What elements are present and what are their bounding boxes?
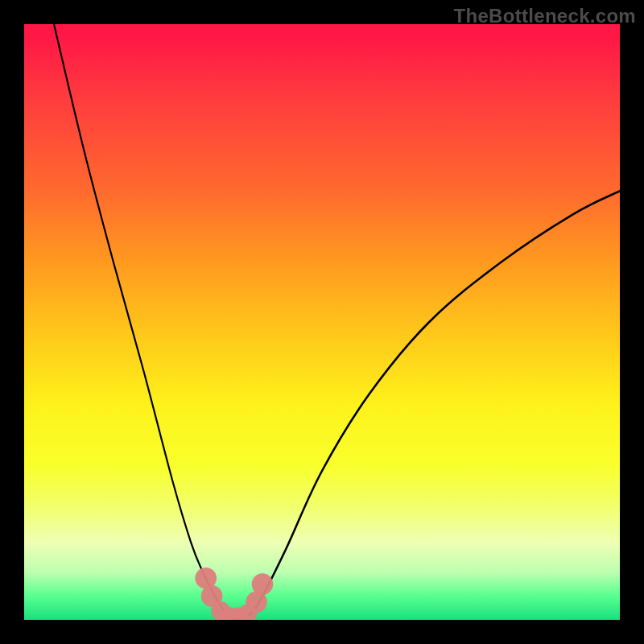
watermark-text: TheBottleneck.com [454, 5, 636, 27]
left-curve [54, 24, 238, 620]
highlight-marker [252, 573, 274, 595]
chart-frame: TheBottleneck.com [0, 0, 644, 644]
highlight-markers [195, 568, 273, 620]
curves-layer [24, 24, 620, 620]
plot-area [24, 24, 620, 620]
right-curve [238, 191, 620, 620]
